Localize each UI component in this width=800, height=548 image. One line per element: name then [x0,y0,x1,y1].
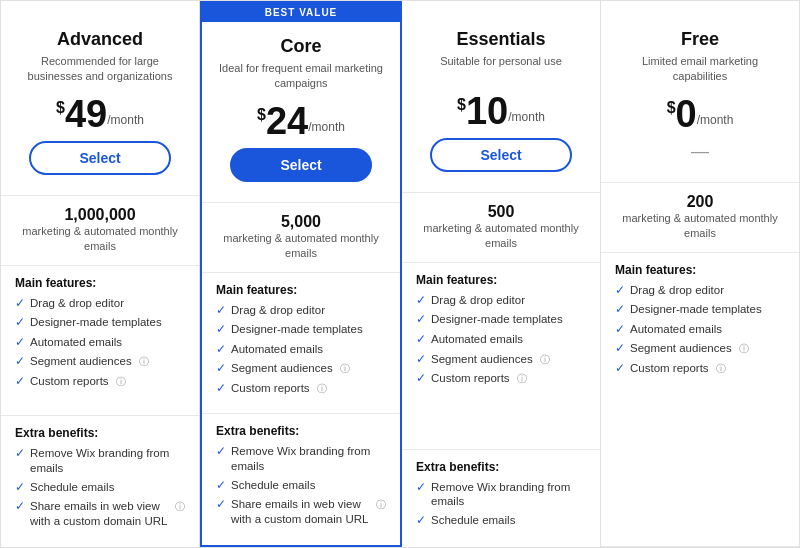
feature-item: ✓ Automated emails [15,335,185,351]
extra-item: ✓ Schedule emails [416,513,586,529]
feature-text: Segment audiences [431,352,533,367]
pricing-table: AdvancedRecommended for large businesses… [0,0,800,548]
extra-benefits-title-advanced: Extra benefits: [15,426,185,440]
feature-text: Automated emails [431,332,523,347]
price-period-advanced: /month [107,113,144,127]
price-amount-core: 24 [266,102,308,140]
select-button-essentials[interactable]: Select [430,138,572,172]
emails-count-advanced: 1,000,000 [15,206,185,224]
feature-text: Custom reports [231,381,310,396]
info-icon[interactable]: ⓘ [376,498,386,511]
feature-text: Custom reports [630,361,709,376]
check-icon: ✓ [216,303,226,319]
info-icon[interactable]: ⓘ [317,382,327,395]
plan-name-free: Free [615,29,785,50]
plan-col-free: FreeLimited email marketing capabilities… [601,1,799,547]
extra-benefits-title-essentials: Extra benefits: [416,460,586,474]
feature-text: Custom reports [431,371,510,386]
plan-header-core: CoreIdeal for frequent email marketing c… [202,22,400,203]
check-icon: ✓ [216,381,226,397]
plan-desc-free: Limited email marketing capabilities [615,54,785,85]
select-button-core[interactable]: Select [230,148,372,182]
plan-price-free: $ 0 /month [615,95,785,133]
plan-name-core: Core [216,36,386,57]
plan-col-core: BEST VALUECoreIdeal for frequent email m… [200,1,402,547]
info-icon[interactable]: ⓘ [540,353,550,366]
emails-count-free: 200 [615,193,785,211]
feature-item: ✓ Drag & drop editor [216,303,386,319]
check-icon: ✓ [15,335,25,351]
info-icon[interactable]: ⓘ [739,342,749,355]
check-icon: ✓ [216,444,226,460]
emails-count-essentials: 500 [416,203,586,221]
feature-item: ✓ Custom reports ⓘ [15,374,185,390]
plan-name-essentials: Essentials [416,29,586,50]
main-features-title-core: Main features: [216,283,386,297]
check-icon: ✓ [15,374,25,390]
price-period-core: /month [308,120,345,134]
extra-benefits-advanced: Extra benefits: ✓ Remove Wix branding fr… [1,416,199,547]
plan-desc-essentials: Suitable for personal use [416,54,586,82]
price-amount-advanced: 49 [65,95,107,133]
plan-desc-advanced: Recommended for large businesses and org… [15,54,185,85]
info-icon[interactable]: ⓘ [175,500,185,513]
feature-item: ✓ Segment audiences ⓘ [615,341,785,357]
info-icon[interactable]: ⓘ [139,355,149,368]
feature-item: ✓ Drag & drop editor [416,293,586,309]
feature-item: ✓ Designer-made templates [216,322,386,338]
price-amount-free: 0 [676,95,697,133]
feature-text: Designer-made templates [30,315,162,330]
plan-dash-free: — [615,141,785,162]
extra-text: Schedule emails [431,513,515,528]
check-icon: ✓ [416,332,426,348]
select-button-advanced[interactable]: Select [29,141,171,175]
check-icon: ✓ [216,497,226,513]
extra-text: Schedule emails [30,480,114,495]
feature-item: ✓ Custom reports ⓘ [216,381,386,397]
check-icon: ✓ [416,312,426,328]
feature-text: Automated emails [231,342,323,357]
feature-text: Designer-made templates [630,302,762,317]
emails-count-core: 5,000 [216,213,386,231]
check-icon: ✓ [416,480,426,496]
plan-desc-core: Ideal for frequent email marketing campa… [216,61,386,92]
emails-section-essentials: 500 marketing & automated monthly emails [402,193,600,263]
extra-item: ✓ Share emails in web view with a custom… [15,499,185,529]
check-icon: ✓ [615,361,625,377]
price-amount-essentials: 10 [466,92,508,130]
plan-price-essentials: $ 10 /month [416,92,586,130]
price-period-free: /month [697,113,734,127]
feature-text: Segment audiences [231,361,333,376]
check-icon: ✓ [15,446,25,462]
extra-benefits-essentials: Extra benefits: ✓ Remove Wix branding fr… [402,450,600,547]
check-icon: ✓ [615,341,625,357]
check-icon: ✓ [15,480,25,496]
plan-price-core: $ 24 /month [216,102,386,140]
feature-item: ✓ Designer-made templates [615,302,785,318]
info-icon[interactable]: ⓘ [340,362,350,375]
feature-text: Designer-made templates [431,312,563,327]
extra-benefits-title-core: Extra benefits: [216,424,386,438]
check-icon: ✓ [416,371,426,387]
check-icon: ✓ [216,361,226,377]
extra-item: ✓ Remove Wix branding from emails [15,446,185,476]
info-icon[interactable]: ⓘ [116,375,126,388]
emails-label-essentials: marketing & automated monthly emails [416,221,586,252]
price-dollar-free: $ [667,99,676,117]
emails-label-free: marketing & automated monthly emails [615,211,785,242]
plan-header-free: FreeLimited email marketing capabilities… [601,1,799,183]
info-icon[interactable]: ⓘ [716,362,726,375]
emails-label-advanced: marketing & automated monthly emails [15,224,185,255]
extra-text: Share emails in web view with a custom d… [231,497,369,527]
info-icon[interactable]: ⓘ [517,372,527,385]
emails-label-core: marketing & automated monthly emails [216,231,386,262]
check-icon: ✓ [15,315,25,331]
emails-section-advanced: 1,000,000 marketing & automated monthly … [1,196,199,266]
emails-section-core: 5,000 marketing & automated monthly emai… [202,203,400,273]
check-icon: ✓ [615,283,625,299]
main-features-title-advanced: Main features: [15,276,185,290]
feature-text: Drag & drop editor [630,283,724,298]
feature-item: ✓ Automated emails [416,332,586,348]
feature-text: Custom reports [30,374,109,389]
main-features-advanced: Main features: ✓ Drag & drop editor ✓ De… [1,266,199,416]
